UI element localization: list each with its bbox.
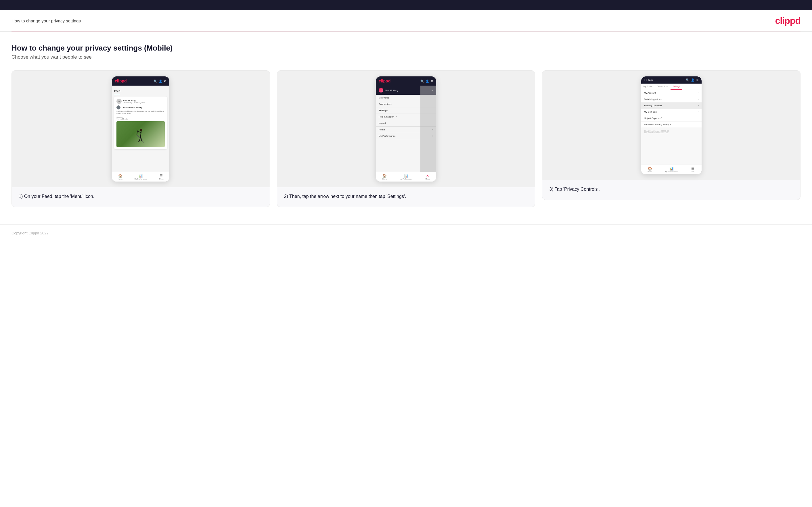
settings-item-help[interactable]: Help & Support ↗: [641, 115, 702, 121]
nav-menu-1[interactable]: ☰ Menu: [159, 174, 163, 180]
settings-tabs: My Profile Connections Settings: [641, 83, 702, 90]
step-2-card: clippd 🔍 👤 ⚙: [277, 70, 536, 207]
nav-home-3: 🏠 Home: [648, 167, 652, 173]
chevron-right-integrations: ›: [698, 98, 699, 101]
settings-body: My Account › Data Integrations › Privacy…: [641, 90, 702, 165]
svg-line-1: [141, 131, 141, 136]
nav-menu-2[interactable]: ✕ Menu: [425, 174, 429, 180]
mock-logo-2: clippd: [379, 79, 391, 83]
svg-line-6: [138, 141, 140, 142]
close-icon-2: ✕: [426, 174, 429, 178]
home-icon-1: 🏠: [118, 174, 122, 178]
menu-overlay-container: Blair McHarg ▲ My Profile Connections: [376, 86, 436, 172]
copyright: Copyright Clippd 2022: [11, 231, 49, 235]
settings-item-privacy[interactable]: Privacy Controls ›: [641, 103, 702, 109]
lesson-header: Lesson with Fordy: [116, 105, 165, 109]
nav-menu-3[interactable]: ☰ Menu: [691, 167, 695, 173]
mock-header-2: clippd 🔍 👤 ⚙: [376, 76, 436, 86]
perf-icon-2: 📊: [404, 174, 408, 178]
chevron-right-golf-bag: ›: [698, 111, 699, 113]
user-icon-1: 👤: [159, 79, 162, 83]
search-icon-1: 🔍: [154, 79, 157, 83]
post-user: B Blair McHarg Yesterday · Sunningdale: [116, 99, 165, 104]
main-content: How to change your privacy settings (Mob…: [0, 32, 812, 224]
user-icon-2: 👤: [425, 79, 429, 83]
svg-point-0: [140, 129, 142, 131]
step-1-caption: 1) On your Feed, tap the 'Menu' icon.: [12, 187, 270, 207]
step-3-mockup: ‹ < Back 🔍 👤 ⚙ My Profile Connections: [641, 76, 702, 174]
golf-image: [116, 121, 165, 147]
step-2-caption: 2) Then, tap the arrow next to your name…: [277, 187, 535, 207]
chevron-right-privacy: ›: [698, 104, 699, 107]
post-card: B Blair McHarg Yesterday · Sunningdale L…: [114, 97, 167, 149]
nav-home-2: 🏠 Home: [382, 174, 387, 180]
menu-icon-1: ☰: [160, 174, 163, 178]
svg-line-7: [142, 141, 142, 142]
settings-item-service[interactable]: Service & Privacy Policy ↗: [641, 121, 702, 128]
version-info: Clippd Client Version: 2022.8.3-3 SQL Se…: [641, 128, 702, 136]
golfer-svg: [136, 128, 145, 146]
tab-settings[interactable]: Settings: [670, 83, 682, 90]
lesson-desc: Looking to feel like my hands are exitin…: [116, 110, 165, 115]
step-3-card: ‹ < Back 🔍 👤 ⚙ My Profile Connections: [542, 70, 801, 200]
mock-icons-1: 🔍 👤 ⚙: [154, 79, 166, 83]
settings-icon-1: ⚙: [164, 79, 166, 83]
step-1-card: clippd 🔍 👤 ⚙ Feed B: [11, 70, 270, 207]
step-2-screenshot: clippd 🔍 👤 ⚙: [277, 71, 535, 187]
search-icon-2: 🔍: [420, 79, 424, 83]
svg-line-2: [138, 131, 141, 133]
steps-container: clippd 🔍 👤 ⚙ Feed B: [11, 70, 801, 207]
mock-logo-1: clippd: [115, 79, 126, 83]
settings-item-integrations[interactable]: Data Integrations ›: [641, 96, 702, 103]
page-title: How to change your privacy settings (Mob…: [11, 44, 801, 53]
feed-label: Feed: [114, 89, 120, 94]
menu-user-left: Blair McHarg: [379, 88, 398, 93]
menu-user-avatar: [379, 88, 383, 93]
home-icon-2: 🏠: [383, 174, 387, 178]
menu-icon-3: ☰: [691, 167, 695, 171]
user-name: Blair McHarg: [123, 99, 145, 101]
step-2-mockup-wrapper: clippd 🔍 👤 ⚙: [376, 76, 436, 181]
mock-icons-3: 🔍 👤 ⚙: [686, 78, 699, 81]
tab-my-profile[interactable]: My Profile: [641, 83, 655, 90]
mock-body-1: Feed B Blair McHarg Yesterday · Sunningd…: [112, 86, 169, 172]
step-2-mockup: clippd 🔍 👤 ⚙: [376, 76, 436, 181]
menu-user-name: Blair McHarg: [385, 89, 398, 92]
user-info: Blair McHarg Yesterday · Sunningdale: [123, 99, 145, 103]
mock-header-1: clippd 🔍 👤 ⚙: [112, 76, 169, 86]
mock-bottom-nav-2: 🏠 Home 📊 My Performance ✕ Menu: [376, 172, 436, 181]
mock-bottom-nav-3: 🏠 Home 📊 My Performance ☰ Menu: [641, 165, 702, 174]
footer: Copyright Clippd 2022: [0, 224, 812, 241]
step-1-screenshot: clippd 🔍 👤 ⚙ Feed B: [12, 71, 270, 187]
step-1-mockup: clippd 🔍 👤 ⚙ Feed B: [112, 76, 169, 181]
user-avatar: B: [116, 99, 121, 104]
bg-blur: [420, 86, 436, 172]
nav-home-1: 🏠 Home: [118, 174, 122, 180]
svg-line-5: [141, 136, 142, 141]
header: How to change your privacy settings clip…: [0, 10, 812, 32]
mock-bottom-nav-1: 🏠 Home 📊 My Performance ☰ Menu: [112, 172, 169, 181]
step-3-screenshot: ‹ < Back 🔍 👤 ⚙ My Profile Connections: [542, 71, 800, 180]
duration-label: Duration 01 hr : 30 min: [116, 116, 165, 120]
home-icon-3: 🏠: [648, 167, 652, 171]
logo: clippd: [775, 15, 801, 26]
back-button[interactable]: ‹ < Back: [644, 79, 653, 81]
tab-connections[interactable]: Connections: [655, 83, 670, 90]
step-3-caption: 3) Tap 'Privacy Controls'.: [542, 180, 800, 200]
perf-icon-1: 📊: [139, 174, 143, 178]
mock-icons-2: 🔍 👤 ⚙: [420, 79, 433, 83]
settings-icon-2: ⚙: [431, 79, 433, 83]
settings-icon-3: ⚙: [696, 78, 699, 81]
lesson-title: Lesson with Fordy: [121, 106, 142, 109]
settings-item-account[interactable]: My Account ›: [641, 90, 702, 96]
settings-item-golf-bag[interactable]: My Golf Bag ›: [641, 109, 702, 115]
nav-performance-1: 📊 My Performance: [135, 174, 147, 180]
breadcrumb: How to change your privacy settings: [11, 18, 81, 23]
search-icon-3: 🔍: [686, 78, 689, 81]
top-bar: [0, 0, 812, 10]
user-icon-3: 👤: [691, 78, 695, 81]
back-arrow-icon: ‹: [644, 79, 645, 81]
svg-line-3: [137, 131, 138, 135]
page-subtitle: Choose what you want people to see: [11, 54, 801, 60]
user-sub: Yesterday · Sunningdale: [123, 101, 145, 103]
